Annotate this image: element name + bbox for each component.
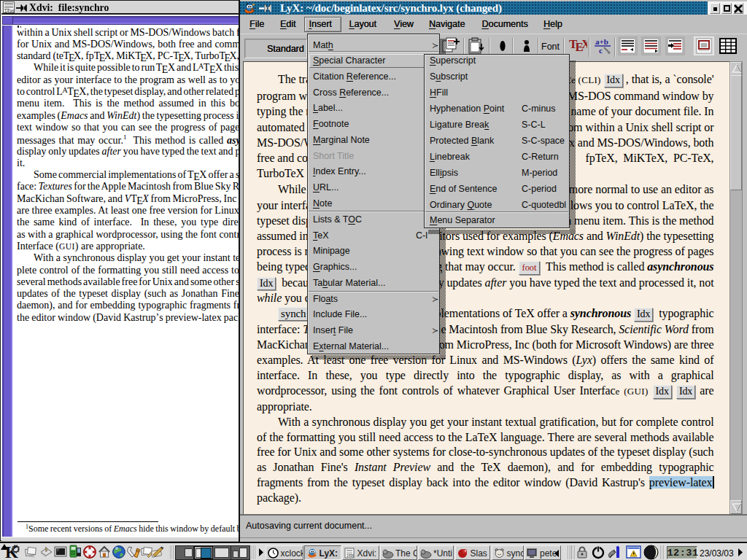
svg-text:c: c: [599, 46, 603, 55]
svg-text:a+b: a+b: [595, 37, 608, 46]
svg-text:X: X: [581, 37, 587, 51]
svg-text:1496: 1496: [4, 9, 15, 13]
svg-text:1496: 1496: [347, 554, 355, 558]
